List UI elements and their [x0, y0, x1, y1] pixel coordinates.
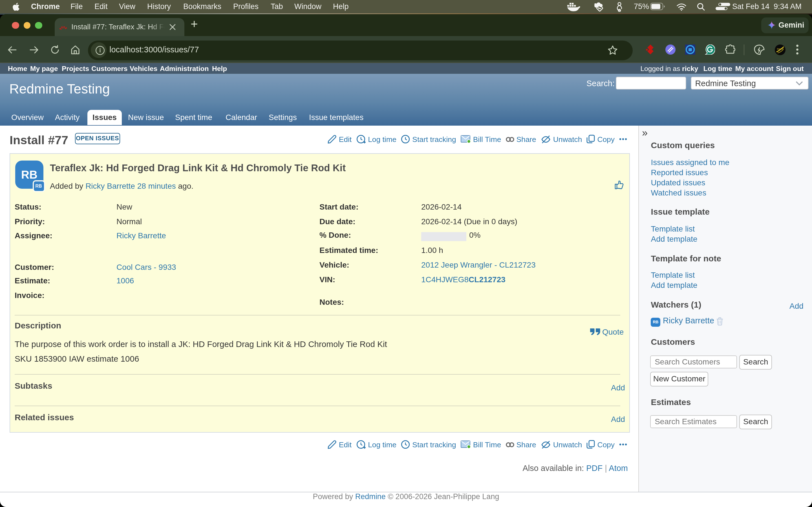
- svg-text:Barrette: Barrette: [777, 48, 784, 50]
